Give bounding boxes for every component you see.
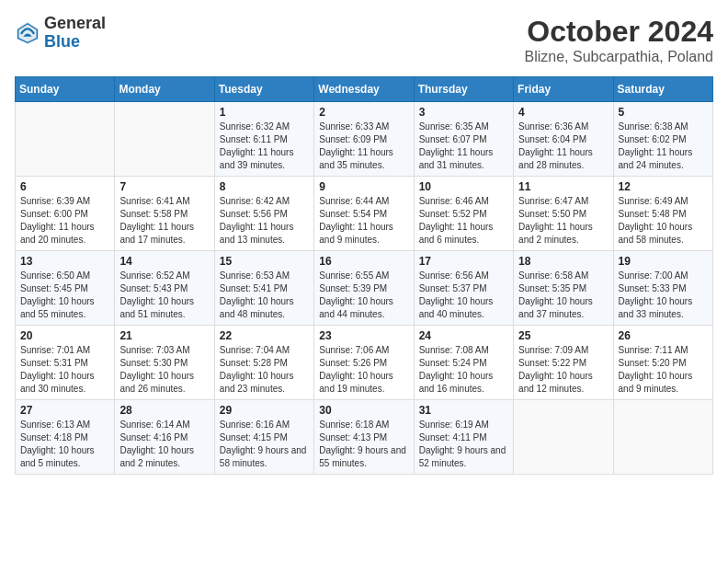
day-number: 12 [619, 180, 708, 193]
weekday-thursday: Thursday [414, 77, 513, 102]
day-info: Sunrise: 6:16 AM Sunset: 4:15 PM Dayligh… [220, 419, 309, 470]
calendar-cell: 8Sunrise: 6:42 AM Sunset: 5:56 PM Daylig… [214, 177, 313, 251]
weekday-monday: Monday [115, 77, 214, 102]
day-info: Sunrise: 6:19 AM Sunset: 4:11 PM Dayligh… [419, 419, 508, 470]
weekday-friday: Friday [514, 77, 613, 102]
calendar-week-5: 27Sunrise: 6:13 AM Sunset: 4:18 PM Dayli… [16, 400, 713, 475]
day-number: 14 [119, 255, 209, 268]
day-number: 19 [619, 255, 708, 268]
day-info: Sunrise: 6:44 AM Sunset: 5:54 PM Dayligh… [319, 195, 408, 247]
day-number: 24 [419, 329, 508, 342]
day-info: Sunrise: 6:33 AM Sunset: 6:09 PM Dayligh… [319, 121, 408, 172]
day-number: 21 [119, 329, 209, 342]
calendar-cell: 22Sunrise: 7:04 AM Sunset: 5:28 PM Dayli… [214, 326, 313, 400]
day-number: 4 [518, 106, 608, 119]
calendar-week-4: 20Sunrise: 7:01 AM Sunset: 5:31 PM Dayli… [16, 326, 713, 400]
day-number: 22 [220, 329, 309, 342]
calendar-cell: 16Sunrise: 6:55 AM Sunset: 5:39 PM Dayli… [314, 251, 414, 326]
calendar-header: Sunday Monday Tuesday Wednesday Thursday… [16, 77, 713, 102]
day-info: Sunrise: 6:39 AM Sunset: 6:00 PM Dayligh… [20, 195, 109, 247]
calendar-cell: 29Sunrise: 6:16 AM Sunset: 4:15 PM Dayli… [214, 400, 313, 475]
month-title: October 2024 [525, 15, 713, 49]
day-number: 18 [518, 255, 608, 268]
calendar-table: Sunday Monday Tuesday Wednesday Thursday… [15, 76, 713, 475]
logo-blue-text: Blue [44, 33, 106, 52]
day-number: 11 [518, 180, 608, 193]
day-number: 27 [20, 404, 109, 417]
day-number: 29 [220, 404, 309, 417]
calendar-cell: 10Sunrise: 6:46 AM Sunset: 5:52 PM Dayli… [414, 177, 513, 251]
day-number: 15 [220, 255, 309, 268]
calendar-cell [115, 102, 214, 177]
day-number: 2 [319, 106, 408, 119]
day-number: 5 [619, 106, 708, 119]
calendar-cell: 4Sunrise: 6:36 AM Sunset: 6:04 PM Daylig… [514, 102, 613, 177]
day-number: 6 [20, 180, 109, 193]
day-number: 30 [319, 404, 408, 417]
calendar-cell: 3Sunrise: 6:35 AM Sunset: 6:07 PM Daylig… [414, 102, 513, 177]
day-info: Sunrise: 6:47 AM Sunset: 5:50 PM Dayligh… [518, 195, 608, 247]
location-title: Blizne, Subcarpathia, Poland [525, 49, 713, 65]
day-info: Sunrise: 6:52 AM Sunset: 5:43 PM Dayligh… [119, 270, 209, 321]
day-info: Sunrise: 6:49 AM Sunset: 5:48 PM Dayligh… [619, 195, 708, 247]
calendar-cell: 17Sunrise: 6:56 AM Sunset: 5:37 PM Dayli… [414, 251, 513, 326]
day-info: Sunrise: 6:56 AM Sunset: 5:37 PM Dayligh… [419, 270, 508, 321]
day-number: 3 [419, 106, 508, 119]
day-info: Sunrise: 7:06 AM Sunset: 5:26 PM Dayligh… [319, 344, 408, 396]
weekday-row: Sunday Monday Tuesday Wednesday Thursday… [16, 77, 713, 102]
logo-icon [15, 20, 40, 46]
logo-general-text: General [44, 15, 106, 33]
day-number: 25 [518, 329, 608, 342]
calendar-cell: 5Sunrise: 6:38 AM Sunset: 6:02 PM Daylig… [613, 102, 712, 177]
calendar-week-2: 6Sunrise: 6:39 AM Sunset: 6:00 PM Daylig… [16, 177, 713, 251]
day-info: Sunrise: 6:42 AM Sunset: 5:56 PM Dayligh… [220, 195, 309, 247]
day-number: 16 [319, 255, 408, 268]
calendar-cell: 21Sunrise: 7:03 AM Sunset: 5:30 PM Dayli… [115, 326, 214, 400]
day-info: Sunrise: 6:55 AM Sunset: 5:39 PM Dayligh… [319, 270, 408, 321]
calendar-cell [16, 102, 115, 177]
calendar-cell: 31Sunrise: 6:19 AM Sunset: 4:11 PM Dayli… [414, 400, 513, 475]
day-info: Sunrise: 6:14 AM Sunset: 4:16 PM Dayligh… [119, 419, 209, 470]
day-number: 17 [419, 255, 508, 268]
calendar-cell: 13Sunrise: 6:50 AM Sunset: 5:45 PM Dayli… [16, 251, 115, 326]
day-number: 10 [419, 180, 508, 193]
day-info: Sunrise: 6:58 AM Sunset: 5:35 PM Dayligh… [518, 270, 608, 321]
calendar-cell [514, 400, 613, 475]
day-info: Sunrise: 6:41 AM Sunset: 5:58 PM Dayligh… [119, 195, 209, 247]
calendar-cell: 18Sunrise: 6:58 AM Sunset: 5:35 PM Dayli… [514, 251, 613, 326]
calendar-week-1: 1Sunrise: 6:32 AM Sunset: 6:11 PM Daylig… [16, 102, 713, 177]
calendar-week-3: 13Sunrise: 6:50 AM Sunset: 5:45 PM Dayli… [16, 251, 713, 326]
calendar-cell: 15Sunrise: 6:53 AM Sunset: 5:41 PM Dayli… [214, 251, 313, 326]
calendar-cell [613, 400, 712, 475]
day-number: 23 [319, 329, 408, 342]
day-info: Sunrise: 6:35 AM Sunset: 6:07 PM Dayligh… [419, 121, 508, 172]
day-info: Sunrise: 7:04 AM Sunset: 5:28 PM Dayligh… [220, 344, 309, 396]
weekday-saturday: Saturday [613, 77, 712, 102]
calendar-cell: 11Sunrise: 6:47 AM Sunset: 5:50 PM Dayli… [514, 177, 613, 251]
calendar-cell: 30Sunrise: 6:18 AM Sunset: 4:13 PM Dayli… [314, 400, 414, 475]
calendar-cell: 9Sunrise: 6:44 AM Sunset: 5:54 PM Daylig… [314, 177, 414, 251]
day-info: Sunrise: 6:46 AM Sunset: 5:52 PM Dayligh… [419, 195, 508, 247]
day-info: Sunrise: 6:13 AM Sunset: 4:18 PM Dayligh… [20, 419, 109, 470]
day-info: Sunrise: 6:32 AM Sunset: 6:11 PM Dayligh… [220, 121, 309, 172]
weekday-sunday: Sunday [16, 77, 115, 102]
calendar-cell: 12Sunrise: 6:49 AM Sunset: 5:48 PM Dayli… [613, 177, 712, 251]
calendar-body: 1Sunrise: 6:32 AM Sunset: 6:11 PM Daylig… [16, 102, 713, 475]
day-info: Sunrise: 7:11 AM Sunset: 5:20 PM Dayligh… [619, 344, 708, 396]
day-info: Sunrise: 6:50 AM Sunset: 5:45 PM Dayligh… [20, 270, 109, 321]
day-info: Sunrise: 7:00 AM Sunset: 5:33 PM Dayligh… [619, 270, 708, 321]
day-info: Sunrise: 6:36 AM Sunset: 6:04 PM Dayligh… [518, 121, 608, 172]
day-info: Sunrise: 6:18 AM Sunset: 4:13 PM Dayligh… [319, 419, 408, 470]
logo: General Blue [15, 15, 106, 52]
calendar-cell: 2Sunrise: 6:33 AM Sunset: 6:09 PM Daylig… [314, 102, 414, 177]
day-number: 8 [220, 180, 309, 193]
day-number: 7 [119, 180, 209, 193]
calendar-cell: 28Sunrise: 6:14 AM Sunset: 4:16 PM Dayli… [115, 400, 214, 475]
day-number: 13 [20, 255, 109, 268]
weekday-wednesday: Wednesday [314, 77, 414, 102]
day-info: Sunrise: 7:03 AM Sunset: 5:30 PM Dayligh… [119, 344, 209, 396]
calendar-cell: 14Sunrise: 6:52 AM Sunset: 5:43 PM Dayli… [115, 251, 214, 326]
calendar-cell: 7Sunrise: 6:41 AM Sunset: 5:58 PM Daylig… [115, 177, 214, 251]
day-info: Sunrise: 6:53 AM Sunset: 5:41 PM Dayligh… [220, 270, 309, 321]
day-number: 31 [419, 404, 508, 417]
